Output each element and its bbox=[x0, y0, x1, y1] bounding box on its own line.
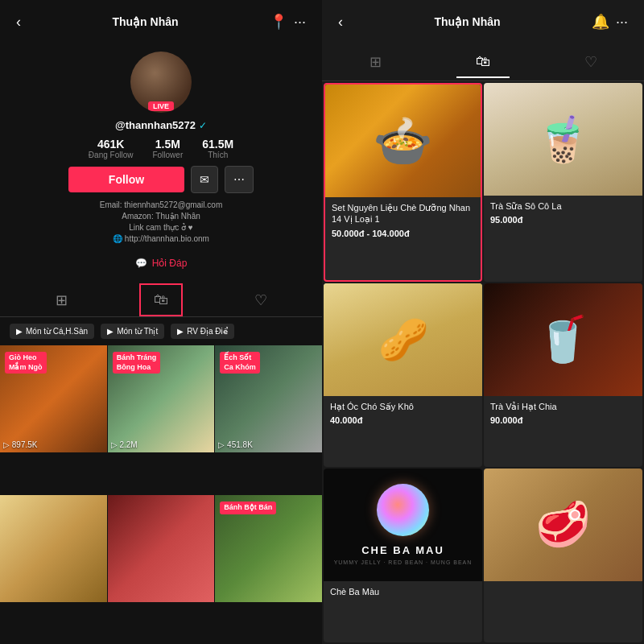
left-panel: ‹ Thuận Nhân 📍 ··· LIVE @thannhan5272 ✓ … bbox=[0, 0, 322, 644]
share-button[interactable]: ⋯ bbox=[225, 166, 254, 193]
filter-thit[interactable]: ▶ Món từ Thịt bbox=[101, 324, 164, 339]
stat-likes-label: Thích bbox=[208, 151, 228, 159]
product-info-4: Chè Ba Màu bbox=[324, 581, 482, 607]
product-image-5: 🥩 bbox=[484, 469, 642, 581]
stat-followers: 1.5M Follower bbox=[152, 138, 183, 159]
product-info-1: Trà Sữa Sô Cô La 95.000đ bbox=[484, 196, 642, 231]
profile-section: LIVE @thannhan5272 ✓ 461K Đang Follow 1.… bbox=[0, 43, 322, 283]
product-image-1: 🧋 bbox=[484, 83, 642, 196]
filter-label-1: Món từ Cá,H.Sàn bbox=[26, 327, 88, 336]
product-price-1: 95.000đ bbox=[490, 215, 636, 225]
filter-icon-2: ▶ bbox=[107, 327, 114, 336]
right-tab-liked[interactable]: ♡ bbox=[565, 47, 617, 77]
bio-section: Email: thiennhan5272@gmail.com Amazon: T… bbox=[13, 200, 309, 245]
video-cell-1[interactable]: Bánh TrángBông Hoa ▷ 2.2M bbox=[108, 345, 215, 452]
more-options-button[interactable]: ··· bbox=[291, 10, 309, 34]
product-image-3: 🥤 bbox=[484, 283, 642, 396]
video-label-1: Bánh TrángBông Hoa bbox=[113, 352, 161, 374]
stat-likes: 61.5M Thích bbox=[202, 138, 233, 159]
video-views-0: ▷ 897.5K bbox=[3, 440, 37, 449]
product-name-0: Set Nguyên Liệu Chè Dưỡng Nhan 14 Vị Loạ… bbox=[332, 202, 474, 225]
product-price-3: 90.000đ bbox=[490, 415, 636, 425]
filter-icon-1: ▶ bbox=[16, 327, 23, 336]
product-card-3[interactable]: 🥤 Trà Vải Hạt Chia 90.000đ bbox=[484, 283, 642, 467]
filter-label-3: RV Địa Điể bbox=[187, 327, 228, 336]
right-tab-all[interactable]: ⊞ bbox=[350, 47, 401, 77]
product-info-5 bbox=[484, 581, 642, 596]
filter-icon-3: ▶ bbox=[177, 327, 184, 336]
product-card-4[interactable]: CHE BA MAU YUMMY JELLY · RED BEAN · MUNG… bbox=[324, 469, 482, 642]
product-name-2: Hạt Óc Chó Sấy Khô bbox=[330, 401, 476, 412]
products-grid: 🍲 Set Nguyên Liệu Chè Dưỡng Nhan 14 Vị L… bbox=[322, 81, 644, 644]
qa-section[interactable]: 💬 Hỏi Đáp bbox=[129, 251, 194, 275]
left-header-title: Thuận Nhân bbox=[24, 15, 266, 28]
video-label-0: Giò HeoMắm Ngò bbox=[5, 352, 47, 374]
live-badge: LIVE bbox=[148, 101, 174, 111]
username-row: @thannhan5272 ✓ bbox=[115, 119, 207, 131]
right-bell-button[interactable]: 🔔 bbox=[588, 10, 613, 34]
location-icon[interactable]: 📍 bbox=[266, 10, 291, 34]
tab-shop[interactable]: 🛍 bbox=[139, 283, 183, 316]
right-tab-shop[interactable]: 🛍 bbox=[456, 47, 510, 77]
stat-following-label: Đang Follow bbox=[89, 151, 134, 159]
video-cell-3[interactable] bbox=[0, 495, 107, 602]
stat-following: 461K Đang Follow bbox=[89, 138, 134, 159]
video-grid: Giò HeoMắm Ngò ▷ 897.5K Bánh TrángBông H… bbox=[0, 345, 322, 644]
video-views-1: ▷ 2.2M bbox=[111, 440, 138, 449]
filter-row: ▶ Món từ Cá,H.Sàn ▶ Món từ Thịt ▶ RV Địa… bbox=[0, 317, 322, 345]
video-cell-4[interactable] bbox=[108, 495, 215, 602]
product-card-1[interactable]: 🧋 Trà Sữa Sô Cô La 95.000đ bbox=[484, 83, 642, 282]
username: @thannhan5272 bbox=[115, 119, 196, 131]
product-image-0: 🍲 bbox=[325, 85, 481, 197]
video-cell-2[interactable]: Ếch SốtCa Khóm ▷ 451.8K bbox=[215, 345, 322, 452]
filter-rv[interactable]: ▶ RV Địa Điể bbox=[171, 324, 234, 339]
product-card-0[interactable]: 🍲 Set Nguyên Liệu Chè Dưỡng Nhan 14 Vị L… bbox=[324, 83, 482, 282]
right-more-button[interactable]: ··· bbox=[613, 10, 631, 34]
product-card-5[interactable]: 🥩 bbox=[484, 469, 642, 642]
product-image-2: 🥜 bbox=[324, 283, 482, 396]
video-label-5: Bánh Bột Bán bbox=[220, 502, 276, 514]
video-views-2: ▷ 451.8K bbox=[218, 440, 252, 449]
stats-row: 461K Đang Follow 1.5M Follower 61.5M Thí… bbox=[89, 138, 233, 159]
tab-videos[interactable]: ⊞ bbox=[43, 285, 80, 316]
verified-icon: ✓ bbox=[199, 120, 207, 131]
video-cell-5[interactable]: Bánh Bột Bán bbox=[215, 495, 322, 602]
video-cell-0[interactable]: Giò HeoMắm Ngò ▷ 897.5K bbox=[0, 345, 107, 452]
product-name-4: Chè Ba Màu bbox=[330, 586, 476, 597]
stat-likes-value: 61.5M bbox=[202, 138, 233, 151]
qa-icon: 💬 bbox=[135, 258, 147, 269]
follow-button[interactable]: Follow bbox=[68, 167, 184, 192]
stat-following-value: 461K bbox=[97, 138, 124, 151]
product-image-4: CHE BA MAU YUMMY JELLY · RED BEAN · MUNG… bbox=[324, 469, 482, 581]
product-price-2: 40.000đ bbox=[330, 415, 476, 425]
left-header: ‹ Thuận Nhân 📍 ··· bbox=[0, 0, 322, 43]
right-header-title: Thuận Nhân bbox=[346, 15, 588, 28]
tab-liked[interactable]: ♡ bbox=[242, 285, 280, 316]
avatar: LIVE bbox=[130, 52, 192, 113]
right-panel: ‹ Thuận Nhân 🔔 ··· ⊞ 🛍 ♡ 🍲 Set Nguyên Li… bbox=[322, 0, 644, 644]
product-card-2[interactable]: 🥜 Hạt Óc Chó Sấy Khô 40.000đ bbox=[324, 283, 482, 467]
right-tabs: ⊞ 🛍 ♡ bbox=[322, 43, 644, 81]
product-info-0: Set Nguyên Liệu Chè Dưỡng Nhan 14 Vị Loạ… bbox=[325, 197, 481, 245]
left-tabs: ⊞ 🛍 ♡ bbox=[0, 283, 322, 317]
product-name-3: Trà Vải Hạt Chia bbox=[490, 401, 636, 412]
right-back-button[interactable]: ‹ bbox=[335, 10, 346, 34]
product-info-2: Hạt Óc Chó Sấy Khô 40.000đ bbox=[324, 396, 482, 431]
filter-ca-h-san[interactable]: ▶ Món từ Cá,H.Sàn bbox=[10, 324, 94, 339]
bio-text: Email: thiennhan5272@gmail.com Amazon: T… bbox=[26, 200, 296, 245]
product-name-1: Trà Sữa Sô Cô La bbox=[490, 200, 636, 212]
filter-label-2: Món từ Thịt bbox=[117, 327, 158, 336]
video-label-2: Ếch SốtCa Khóm bbox=[220, 352, 260, 374]
message-button[interactable]: ✉ bbox=[191, 166, 218, 193]
product-info-3: Trà Vải Hạt Chia 90.000đ bbox=[484, 396, 642, 431]
product-price-0: 50.000đ - 104.000đ bbox=[332, 229, 474, 238]
right-header: ‹ Thuận Nhân 🔔 ··· bbox=[322, 0, 644, 43]
qa-label: Hỏi Đáp bbox=[152, 258, 188, 269]
action-row: Follow ✉ ⋯ bbox=[68, 166, 254, 193]
stat-followers-value: 1.5M bbox=[155, 138, 180, 151]
back-button[interactable]: ‹ bbox=[13, 10, 24, 34]
stat-followers-label: Follower bbox=[152, 151, 183, 159]
